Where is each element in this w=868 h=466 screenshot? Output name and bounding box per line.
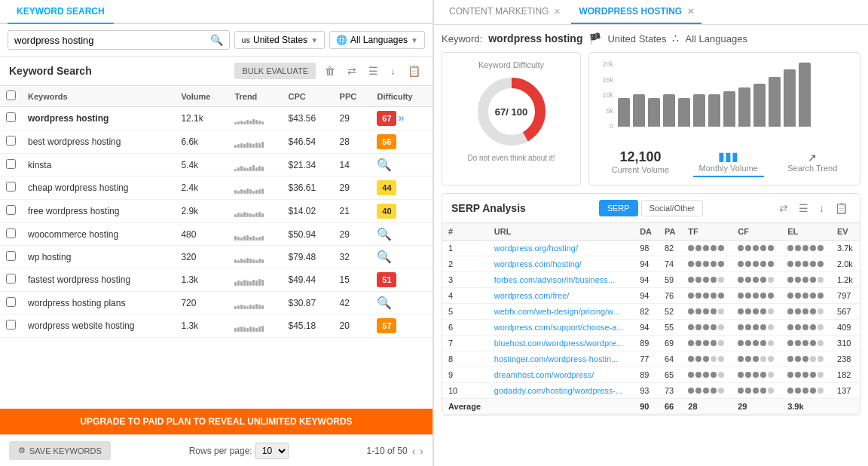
serp-link[interactable]: forbes.com/advisor/in/business...: [494, 275, 615, 284]
row-checkbox-1[interactable]: [6, 136, 16, 146]
monthly-volume-label: Monthly Volume: [699, 164, 758, 173]
serp-tf: [682, 383, 732, 399]
serp-row: 9dreamhost.com/wordpress/8965182: [442, 367, 860, 383]
grid-icon[interactable]: ⇄: [344, 63, 359, 78]
search-input[interactable]: [14, 35, 207, 46]
pagination-text: 1-10 of 50: [367, 446, 408, 456]
row-checkbox-3[interactable]: [6, 182, 16, 192]
ppc-cell: 15: [334, 268, 371, 292]
serp-filter-icon[interactable]: ☰: [796, 201, 811, 216]
content-marketing-tab-close[interactable]: ✕: [554, 7, 561, 17]
upgrade-bar[interactable]: UPGRADE TO PAID PLAN TO REVEAL UNLIMITED…: [0, 409, 432, 434]
serp-url[interactable]: godaddy.com/hosting/wordpress-...: [488, 383, 634, 399]
serp-tf: [682, 288, 732, 304]
serp-row: 7bluehost.com/wordpress/wordpre...896931…: [442, 336, 860, 351]
serp-pa: 76: [659, 288, 682, 304]
row-checkbox-2[interactable]: [6, 159, 16, 169]
serp-url[interactable]: hostinger.com/wordpress-hostin...: [488, 351, 634, 367]
serp-link[interactable]: hostinger.com/wordpress-hostin...: [494, 354, 618, 363]
serp-grid-icon[interactable]: ⇄: [776, 201, 791, 216]
keyword-cell: free wordpress hosting: [22, 200, 175, 223]
delete-icon[interactable]: 🗑: [322, 63, 338, 78]
serp-link[interactable]: wordpress.com/free/: [494, 291, 570, 300]
serp-row: 6wordpress.com/support/choose-a...945540…: [442, 320, 860, 336]
serp-url[interactable]: dreamhost.com/wordpress/: [488, 367, 634, 383]
serp-ev: 797: [831, 288, 860, 304]
serp-url[interactable]: wordpress.org/hosting/: [488, 241, 634, 256]
clipboard-icon[interactable]: 📋: [405, 63, 423, 78]
serp-url[interactable]: wordpress.com/free/: [488, 288, 634, 304]
wordpress-hosting-tab-close[interactable]: ✕: [687, 7, 694, 17]
select-all-checkbox[interactable]: [6, 90, 16, 100]
search-trend-item[interactable]: ↗ Search Trend: [781, 149, 843, 176]
row-checkbox-0[interactable]: [6, 112, 16, 122]
serp-icons: ⇄ ☰ ↓ 📋: [776, 201, 851, 216]
difficulty-cell: 🔍: [371, 154, 432, 176]
next-page-button[interactable]: ›: [420, 445, 423, 457]
avg-cell-2: 90: [634, 399, 659, 415]
content-marketing-tab[interactable]: CONTENT MARKETING ✕: [442, 0, 568, 24]
y-axis: 20k 15k 10k 5k 0: [597, 60, 616, 130]
serp-link[interactable]: godaddy.com/hosting/wordpress-...: [494, 386, 622, 395]
table-row: fastest wordpress hosting1.3k$49.441551: [0, 268, 432, 292]
serp-link[interactable]: bluehost.com/wordpress/wordpre...: [494, 339, 623, 348]
wordpress-hosting-tab[interactable]: WORDPRESS HOSTING ✕: [571, 0, 701, 24]
serp-link[interactable]: dreamhost.com/wordpress/: [494, 370, 594, 379]
donut-card: Keyword Difficulty 67/ 100 Do not even t…: [442, 52, 581, 185]
row-checkbox-5[interactable]: [6, 228, 16, 238]
serp-url[interactable]: bluehost.com/wordpress/wordpre...: [488, 336, 634, 351]
row-checkbox-7[interactable]: [6, 274, 16, 284]
serp-url[interactable]: wordpress.com/hosting/: [488, 256, 634, 272]
save-keywords-button[interactable]: ⚙ SAVE KEYWORDS: [9, 441, 111, 460]
prev-page-button[interactable]: ‹: [412, 445, 416, 457]
serp-link[interactable]: webfx.com/web-design/pricing/w...: [494, 307, 620, 316]
serp-clipboard-icon[interactable]: 📋: [832, 201, 851, 216]
table-row: kinsta5.4k$21.3414🔍: [0, 154, 432, 176]
ppc-cell: 32: [334, 246, 371, 268]
metrics-row: Keyword Difficulty 67/ 100 Do not even t…: [442, 52, 860, 185]
difficulty-icon: 🔍: [377, 158, 392, 171]
serp-url[interactable]: wordpress.com/support/choose-a...: [488, 320, 634, 336]
rows-per-page-select[interactable]: 10 25 50: [255, 443, 289, 459]
row-checkbox-4[interactable]: [6, 205, 16, 215]
serp-link[interactable]: wordpress.com/support/choose-a...: [494, 323, 624, 332]
trend-cell: [228, 154, 282, 176]
serp-url[interactable]: webfx.com/web-design/pricing/w...: [488, 304, 634, 320]
keyword-search-tab[interactable]: KEYWORD SEARCH: [8, 0, 114, 24]
serp-ev: 182: [831, 367, 860, 383]
country-select[interactable]: us United States ▼: [234, 31, 325, 49]
y-label-20k: 20k: [597, 60, 613, 68]
serp-tf: [682, 256, 732, 272]
bulk-evaluate-button[interactable]: BULK EVALUATE: [234, 63, 316, 79]
row-checkbox-9[interactable]: [6, 320, 16, 330]
serp-da: 94: [634, 288, 659, 304]
bar-chart-area: 20k 15k 10k 5k 0: [597, 60, 852, 143]
row-checkbox-8[interactable]: [6, 297, 16, 307]
serp-row: 3forbes.com/advisor/in/business...94591.…: [442, 272, 860, 288]
serp-cf: [732, 256, 781, 272]
serp-num: 10: [442, 383, 488, 399]
serp-row: 4wordpress.com/free/9476797: [442, 288, 860, 304]
monthly-volume-item[interactable]: ▮▮▮ Monthly Volume: [693, 146, 764, 177]
serp-row: 8hostinger.com/wordpress-hostin...776423…: [442, 351, 860, 367]
download-icon[interactable]: ↓: [387, 63, 399, 78]
keyword-cell: woocommerce hosting: [22, 223, 175, 246]
language-select[interactable]: 🌐 All Languages ▼: [329, 31, 425, 49]
serp-ev: 2.0k: [831, 256, 860, 272]
current-volume-item[interactable]: 12,100 Current Volume: [606, 146, 675, 177]
serp-link[interactable]: wordpress.org/hosting/: [494, 244, 578, 253]
row-checkbox-6[interactable]: [6, 251, 16, 261]
serp-tab-serp[interactable]: SERP: [599, 200, 638, 216]
volume-cell: 1.3k: [175, 268, 228, 292]
filter-icon[interactable]: ☰: [365, 63, 381, 78]
serp-url[interactable]: forbes.com/advisor/in/business...: [488, 272, 634, 288]
difficulty-badge: 57: [377, 318, 396, 333]
serp-link[interactable]: wordpress.com/hosting/: [494, 259, 582, 268]
serp-num: 7: [442, 336, 488, 351]
serp-table: # URL DA PA TF CF EL EV 1wordpress.org/h…: [442, 223, 860, 415]
tab-bar: KEYWORD SEARCH: [0, 0, 432, 24]
ppc-cell: 20: [334, 314, 371, 338]
serp-tab-social[interactable]: Social/Other: [641, 200, 704, 216]
keywords-col-header: Keywords: [22, 86, 175, 107]
serp-download-icon[interactable]: ↓: [816, 201, 827, 216]
